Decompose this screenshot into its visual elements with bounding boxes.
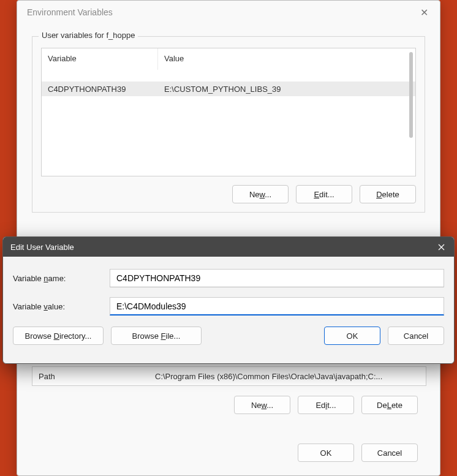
env-ok-button[interactable]: OK <box>298 444 354 462</box>
row-variable: C4DPYTHONPATH39 <box>42 85 158 94</box>
browse-file-button[interactable]: Browse File... <box>111 327 202 345</box>
edit-user-var-button[interactable]: Edit... <box>296 185 352 203</box>
variable-value-label: Variable value: <box>13 302 110 311</box>
delete-system-var-button[interactable]: DeLete <box>361 396 418 414</box>
modal-cancel-button[interactable]: Cancel <box>388 327 444 345</box>
variable-name-row: Variable name: <box>13 269 444 287</box>
scrollbar[interactable] <box>409 52 413 138</box>
edit-user-variable-dialog: Edit User Variable Variable name: Variab… <box>2 236 455 364</box>
close-icon <box>438 244 445 251</box>
system-vars-buttons: New... Edit... DeLete <box>32 396 426 414</box>
env-titlebar[interactable]: Environment Variables ✕ <box>17 1 440 24</box>
dialog-buttons: OK Cancel <box>32 444 426 462</box>
new-user-var-button[interactable]: New... <box>232 185 289 203</box>
variable-name-input[interactable] <box>110 269 444 287</box>
window-close-button[interactable]: ✕ <box>415 4 432 21</box>
sys-row-variable: Path <box>32 372 149 381</box>
column-variable[interactable]: Variable <box>42 48 158 70</box>
edit-system-var-button[interactable]: Edit... <box>298 396 354 414</box>
modal-buttons: Browse Directory... Browse File... OK Ca… <box>13 327 444 345</box>
table-spacer <box>42 70 415 81</box>
system-vars-row-peek[interactable]: Path C:\Program Files (x86)\Common Files… <box>32 366 426 386</box>
delete-user-var-button[interactable]: Delete <box>360 185 416 203</box>
new-system-var-button[interactable]: New... <box>234 396 290 414</box>
row-value: E:\CUSTOM_PYTHON_LIBS_39 <box>158 85 415 94</box>
modal-close-button[interactable] <box>433 240 449 254</box>
window-title: Environment Variables <box>27 7 113 17</box>
modal-body: Variable name: Variable value: Browse Di… <box>3 257 454 352</box>
user-variables-group: User variables for f_hoppe Variable Valu… <box>32 36 425 213</box>
modal-titlebar[interactable]: Edit User Variable <box>3 237 454 257</box>
table-row[interactable]: C4DPYTHONPATH39 E:\CUSTOM_PYTHON_LIBS_39 <box>42 81 415 96</box>
modal-ok-button[interactable]: OK <box>324 327 380 345</box>
column-value[interactable]: Value <box>158 48 415 70</box>
user-variables-table[interactable]: Variable Value C4DPYTHONPATH39 E:\CUSTOM… <box>41 48 416 176</box>
sys-row-value: C:\Program Files (x86)\Common Files\Orac… <box>149 372 426 381</box>
modal-title: Edit User Variable <box>10 243 74 252</box>
table-header[interactable]: Variable Value <box>42 48 415 70</box>
env-content: User variables for f_hoppe Variable Valu… <box>17 24 440 227</box>
user-vars-buttons: New... Edit... Delete <box>41 185 416 203</box>
env-cancel-button[interactable]: Cancel <box>361 444 418 462</box>
variable-value-row: Variable value: <box>13 297 444 315</box>
user-variables-label: User variables for f_hoppe <box>39 31 138 40</box>
variable-value-input[interactable] <box>110 297 444 315</box>
browse-directory-button[interactable]: Browse Directory... <box>13 327 104 345</box>
variable-name-label: Variable name: <box>13 274 110 283</box>
